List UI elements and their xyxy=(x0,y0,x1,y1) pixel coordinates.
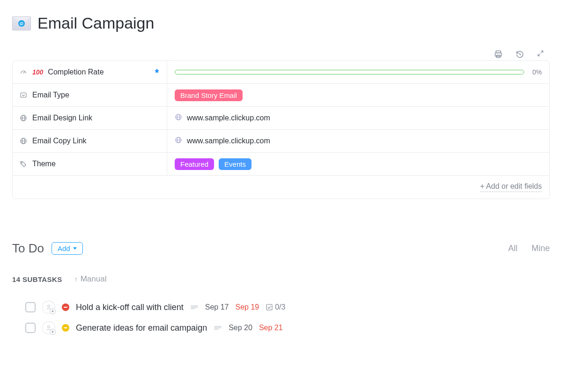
theme-label: Theme xyxy=(32,160,56,168)
theme-value[interactable]: Featured Events xyxy=(167,153,549,175)
task-name[interactable]: Hold a kick-off call with client xyxy=(76,303,184,312)
email-type-chip[interactable]: Brand Story Email xyxy=(175,89,243,101)
copy-link-url[interactable]: www.sample.clickup.com xyxy=(187,137,270,145)
progress-bar xyxy=(175,70,524,74)
sort-button[interactable]: ↑ Manual xyxy=(74,274,107,284)
todo-heading: To Do xyxy=(12,241,44,256)
task-checkbox[interactable] xyxy=(25,302,36,312)
assignee-add-button[interactable]: + xyxy=(42,321,55,334)
email-type-label: Email Type xyxy=(32,91,69,99)
sort-label: Manual xyxy=(81,274,107,284)
chevron-down-icon xyxy=(73,247,77,250)
copy-link-value[interactable]: www.sample.clickup.com xyxy=(167,130,549,152)
field-label-theme[interactable]: Theme xyxy=(13,153,167,175)
filter-mine[interactable]: Mine xyxy=(532,244,550,253)
due-date[interactable]: Sep 21 xyxy=(259,324,283,332)
design-link-value[interactable]: www.sample.clickup.com xyxy=(167,107,549,129)
description-icon[interactable] xyxy=(214,323,222,333)
svg-rect-6 xyxy=(21,93,26,97)
completion-rate-value[interactable]: 0% xyxy=(167,61,549,83)
dropdown-icon xyxy=(19,91,28,99)
field-label-copy-link[interactable]: Email Copy Link xyxy=(13,130,167,152)
globe-icon xyxy=(19,137,28,145)
svg-point-19 xyxy=(22,162,22,163)
arrow-up-icon: ↑ xyxy=(74,275,78,283)
field-label-email-type[interactable]: Email Type xyxy=(13,84,167,106)
status-dot-red[interactable] xyxy=(62,303,69,311)
title-row: @ Email Campaign xyxy=(12,14,550,32)
assignee-add-button[interactable]: + xyxy=(42,301,55,314)
hundred-emoji-icon: 100 xyxy=(32,68,43,76)
design-link-url[interactable]: www.sample.clickup.com xyxy=(187,114,270,122)
plus-icon: + xyxy=(50,308,56,314)
svg-point-25 xyxy=(48,325,50,328)
status-dot-yellow[interactable] xyxy=(62,324,69,332)
start-date[interactable]: Sep 20 xyxy=(229,324,252,332)
svg-line-4 xyxy=(538,54,540,56)
start-date[interactable]: Sep 17 xyxy=(205,303,229,311)
add-button-label: Add xyxy=(58,244,70,252)
task-checkbox[interactable] xyxy=(25,323,36,333)
page-title: Email Campaign xyxy=(37,14,154,32)
add-edit-fields-button[interactable]: + Add or edit fields xyxy=(480,182,542,192)
email-type-value[interactable]: Brand Story Email xyxy=(167,84,549,106)
description-icon[interactable] xyxy=(190,303,199,312)
task-row[interactable]: + Generate ideas for email campaign Sep … xyxy=(12,318,550,338)
completion-rate-label: Completion Rate xyxy=(48,68,104,76)
add-button[interactable]: Add xyxy=(52,242,83,255)
link-globe-icon xyxy=(175,136,182,146)
custom-fields-table: 100 Completion Rate 0% Email Type Brand … xyxy=(12,60,550,199)
subtasks-count: 14 SUBTASKS xyxy=(12,275,62,283)
task-name[interactable]: Generate ideas for email campaign xyxy=(76,323,207,333)
gauge-icon xyxy=(19,68,28,76)
link-globe-icon xyxy=(175,113,182,123)
svg-line-5 xyxy=(23,72,25,74)
svg-line-3 xyxy=(541,51,543,53)
filter-all[interactable]: All xyxy=(508,244,518,253)
checklist-text: 0/3 xyxy=(275,303,285,311)
copy-link-label: Email Copy Link xyxy=(32,137,87,145)
field-label-completion[interactable]: 100 Completion Rate xyxy=(13,61,167,83)
pin-icon[interactable] xyxy=(154,68,160,76)
field-label-design-link[interactable]: Email Design Link xyxy=(13,107,167,129)
expand-icon[interactable] xyxy=(537,50,544,61)
theme-chip-events[interactable]: Events xyxy=(219,158,251,170)
plus-icon: + xyxy=(50,329,56,335)
history-icon[interactable] xyxy=(515,50,525,61)
task-row[interactable]: + Hold a kick-off call with client Sep 1… xyxy=(12,297,550,318)
progress-percent: 0% xyxy=(532,68,542,76)
svg-rect-24 xyxy=(266,304,272,310)
design-link-label: Email Design Link xyxy=(32,114,92,122)
email-envelope-icon: @ xyxy=(12,16,31,30)
globe-icon xyxy=(19,114,28,122)
theme-chip-featured[interactable]: Featured xyxy=(175,158,214,170)
due-date[interactable]: Sep 19 xyxy=(235,303,259,311)
svg-point-20 xyxy=(48,305,50,307)
print-icon[interactable] xyxy=(494,50,503,61)
tag-icon xyxy=(19,160,28,168)
checklist-count[interactable]: 0/3 xyxy=(266,303,285,311)
